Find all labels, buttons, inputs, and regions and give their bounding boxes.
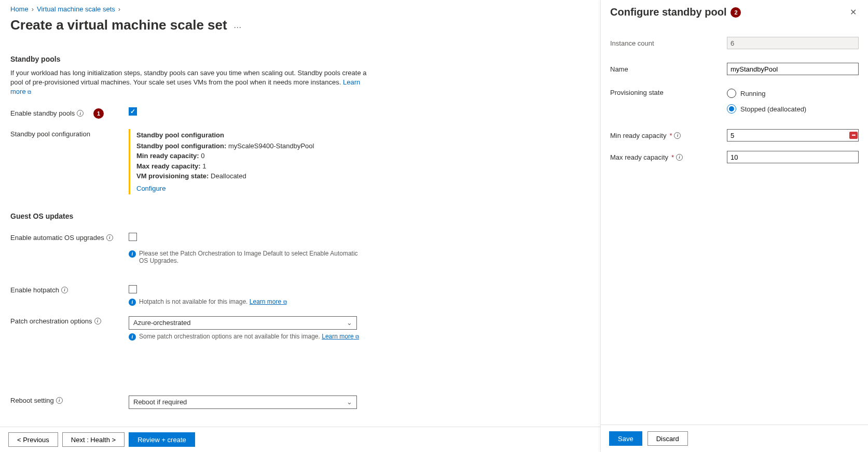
review-create-button[interactable]: Review + create [129,432,195,447]
next-button[interactable]: Next : Health > [62,432,125,447]
info-icon[interactable] [674,132,681,139]
info-icon[interactable] [94,318,101,324]
auto-upgrade-label: Enable automatic OS upgrades [10,234,104,242]
hotpatch-label: Enable hotpatch [10,286,59,294]
badge-1: 1 [93,108,104,119]
orch-note: Some patch orchestration options are not… [139,333,320,340]
auto-upgrade-note: Please set the Patch Orchestration to Im… [139,250,367,264]
card-min-value: 0 [201,152,204,160]
provisioning-label: Provisioning state [610,89,727,96]
more-icon[interactable]: … [231,21,244,30]
configure-link[interactable]: Configure [136,185,166,192]
orchestration-select[interactable]: Azure-orchestrated ⌄ [129,316,357,330]
discard-button[interactable]: Discard [647,431,688,446]
min-ready-label: Min ready capacity [610,132,666,139]
reboot-value: Reboot if required [133,398,187,406]
min-ready-input[interactable] [727,129,859,142]
radio-icon [727,89,736,98]
info-icon[interactable] [676,154,683,161]
info-icon[interactable] [56,397,63,404]
auto-upgrade-checkbox[interactable] [129,233,137,241]
configure-standby-panel: Configure standby pool 2 ✕ Instance coun… [600,0,868,452]
panel-title: Configure standby pool [610,6,726,18]
info-icon[interactable] [77,110,84,117]
instance-count-input [727,37,859,49]
max-ready-label: Max ready capacity [610,153,668,161]
breadcrumb-vmss[interactable]: Virtual machine scale sets [37,5,115,13]
radio-icon [727,104,736,114]
card-state-value: Deallocated [211,172,246,180]
chevron-right-icon: › [32,5,34,13]
external-link-icon: ⧉ [355,334,359,340]
enable-standby-label: Enable standby pools [10,109,75,117]
orch-learn-more[interactable]: Learn more ⧉ [322,333,359,340]
standby-config-card: Standby pool configuration Standby pool … [129,129,367,194]
breadcrumb-home[interactable]: Home [10,5,29,13]
info-icon[interactable] [61,287,68,293]
standby-config-label: Standby pool configuration [10,130,90,138]
provisioning-running-label: Running [740,90,765,97]
external-link-icon: ⧉ [283,299,287,305]
card-config-value: myScaleS9400-StandbyPool [228,142,314,150]
orch-label: Patch orchestration options [10,317,92,325]
standby-heading: Standby pools [10,55,590,63]
hotpatch-learn-more[interactable]: Learn more ⧉ [250,298,287,305]
card-title: Standby pool configuration [136,131,367,139]
footer-bar: < Previous Next : Health > Review + crea… [0,427,600,452]
guest-heading: Guest OS updates [10,212,590,220]
info-icon[interactable] [106,234,113,241]
validation-error-icon[interactable] [849,132,858,139]
breadcrumb: Home › Virtual machine scale sets › [10,4,590,17]
reboot-label: Reboot setting [10,397,54,404]
chevron-down-icon: ⌄ [347,319,352,327]
standby-desc: If your workload has long initialization… [10,68,374,97]
chevron-right-icon: › [118,5,120,13]
provisioning-stopped-radio[interactable]: Stopped (deallocated) [727,104,859,114]
close-icon[interactable]: ✕ [848,5,859,19]
info-icon [129,299,136,306]
provisioning-running-radio[interactable]: Running [727,89,859,98]
card-max-value: 1 [202,162,206,170]
enable-standby-checkbox[interactable] [129,107,137,116]
external-link-icon: ⧉ [27,89,31,95]
name-label: Name [610,65,727,73]
page-title: Create a virtual machine scale set [10,17,227,33]
badge-2: 2 [731,7,741,18]
hotpatch-checkbox[interactable] [129,285,137,293]
instance-count-label: Instance count [610,39,727,47]
provisioning-stopped-label: Stopped (deallocated) [740,105,806,113]
previous-button[interactable]: < Previous [8,432,58,447]
name-input[interactable] [727,63,859,75]
hotpatch-note: Hotpatch is not available for this image… [139,298,247,305]
info-icon [129,250,136,258]
info-icon [129,333,136,341]
save-button[interactable]: Save [609,431,642,446]
reboot-select[interactable]: Reboot if required ⌄ [129,396,357,409]
chevron-down-icon: ⌄ [347,398,352,406]
orchestration-value: Azure-orchestrated [133,319,191,327]
max-ready-input[interactable] [727,151,859,163]
